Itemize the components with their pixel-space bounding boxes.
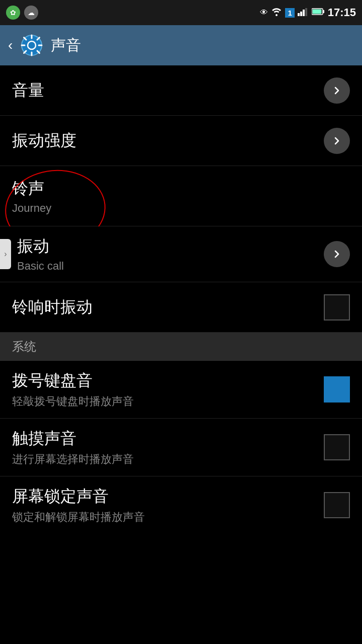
setting-item-vibration-strength[interactable]: 振动强度 — [0, 116, 362, 166]
setting-title-volume: 音量 — [12, 79, 44, 102]
section-label-system: 系统 — [12, 339, 36, 355]
pull-tab[interactable]: › — [0, 239, 11, 269]
setting-item-volume[interactable]: 音量 — [0, 65, 362, 116]
sim-icon: 1 — [285, 8, 294, 18]
wifi-icon — [271, 7, 282, 18]
setting-title-touch-sound: 触摸声音 — [12, 428, 134, 450]
app-icon: ✿ — [6, 6, 20, 20]
section-header-system: 系统 — [0, 333, 362, 361]
checkbox-vibrate-on-ring[interactable] — [324, 294, 350, 320]
svg-rect-3 — [305, 8, 307, 16]
setting-title-screen-lock-sound: 屏幕锁定声音 — [12, 486, 145, 508]
setting-subtitle-ringtone: Journey — [12, 202, 51, 215]
setting-title-vibration-strength: 振动强度 — [12, 130, 76, 152]
setting-subtitle-dialpad-sound: 轻敲拨号键盘时播放声音 — [12, 394, 134, 409]
svg-rect-5 — [323, 10, 324, 13]
setting-title-vibration: 振动 — [17, 235, 64, 258]
status-bar: ✿ ☁ 👁 1 17:15 — [0, 0, 362, 25]
signal-icon — [298, 7, 309, 18]
svg-rect-1 — [300, 12, 302, 16]
checkbox-touch-sound[interactable] — [324, 434, 350, 460]
setting-title-vibrate-on-ring: 铃响时振动 — [12, 296, 93, 318]
setting-subtitle-touch-sound: 进行屏幕选择时播放声音 — [12, 452, 134, 467]
header-title: 声音 — [51, 35, 81, 56]
setting-item-vibrate-on-ring[interactable]: 铃响时振动 — [0, 282, 362, 333]
checkbox-screen-lock-sound[interactable] — [324, 492, 350, 518]
svg-rect-2 — [303, 10, 305, 16]
cloud-icon: ☁ — [24, 6, 38, 20]
status-icons-left: ✿ ☁ — [6, 6, 38, 20]
back-button[interactable]: ‹ — [8, 37, 13, 53]
chevron-vibration[interactable] — [324, 241, 350, 267]
setting-item-ringtone[interactable]: 铃声 Journey — [0, 166, 362, 226]
chevron-volume[interactable] — [324, 77, 350, 104]
settings-list: 音量 振动强度 铃声 Journey › 振动 Basic call — [0, 65, 362, 534]
setting-item-vibration[interactable]: › 振动 Basic call — [0, 226, 362, 282]
svg-rect-6 — [312, 10, 321, 14]
setting-title-ringtone: 铃声 — [12, 178, 51, 200]
chevron-vibration-strength[interactable] — [324, 128, 350, 154]
setting-item-screen-lock-sound[interactable]: 屏幕锁定声音 锁定和解锁屏幕时播放声音 — [0, 476, 362, 534]
svg-rect-0 — [298, 13, 300, 16]
svg-point-8 — [28, 41, 36, 49]
setting-subtitle-vibration: Basic call — [17, 260, 64, 273]
eye-icon: 👁 — [260, 8, 268, 17]
setting-title-dialpad-sound: 拨号键盘音 — [12, 370, 134, 392]
setting-item-dialpad-sound[interactable]: 拨号键盘音 轻敲拨号键盘时播放声音 — [0, 361, 362, 419]
header: ‹ 声音 — [0, 25, 362, 65]
setting-item-touch-sound[interactable]: 触摸声音 进行屏幕选择时播放声音 — [0, 419, 362, 476]
gear-icon — [21, 34, 43, 56]
checkbox-dialpad-sound[interactable] — [324, 376, 350, 403]
battery-icon — [312, 8, 325, 18]
status-time: 17:15 — [328, 6, 356, 19]
status-icons-right: 👁 1 17:15 — [260, 6, 356, 19]
setting-subtitle-screen-lock-sound: 锁定和解锁屏幕时播放声音 — [12, 510, 145, 525]
